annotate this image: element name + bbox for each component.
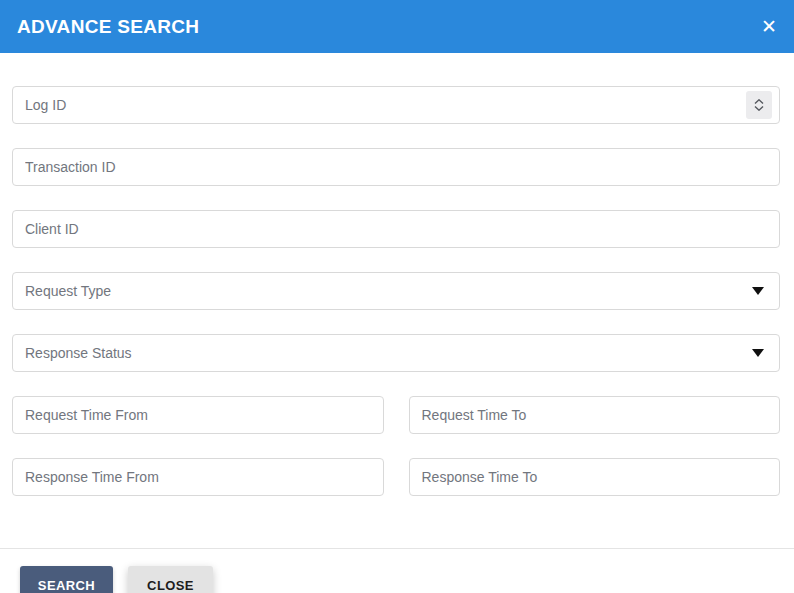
request-type-select[interactable]: Request Type xyxy=(12,272,780,310)
response-status-select-label: Response Status xyxy=(25,345,132,361)
client-id-field xyxy=(12,210,780,248)
request-time-from-input[interactable] xyxy=(12,396,384,434)
request-time-from-field xyxy=(12,396,384,434)
modal-body: Request Type Response Status xyxy=(0,53,794,520)
modal-footer: SEARCH CLOSE xyxy=(0,549,794,593)
request-type-select-label: Request Type xyxy=(25,283,111,299)
close-button[interactable]: CLOSE xyxy=(128,566,213,593)
client-id-input[interactable] xyxy=(12,210,780,248)
response-time-from-input[interactable] xyxy=(12,458,384,496)
request-time-row xyxy=(12,396,780,458)
request-time-to-field xyxy=(409,396,781,434)
response-time-to-input[interactable] xyxy=(409,458,781,496)
modal-header: ADVANCE SEARCH ✕ xyxy=(0,0,794,53)
chevron-down-icon xyxy=(752,349,764,357)
log-id-field xyxy=(12,86,780,124)
response-time-from-field xyxy=(12,458,384,496)
log-id-input[interactable] xyxy=(12,86,780,124)
number-spinner-icon[interactable] xyxy=(746,91,772,119)
search-button[interactable]: SEARCH xyxy=(20,566,113,593)
close-icon[interactable]: ✕ xyxy=(757,15,781,38)
request-time-to-input[interactable] xyxy=(409,396,781,434)
transaction-id-input[interactable] xyxy=(12,148,780,186)
response-time-row xyxy=(12,458,780,520)
modal-title: ADVANCE SEARCH xyxy=(17,16,199,38)
response-status-select[interactable]: Response Status xyxy=(12,334,780,372)
response-time-to-field xyxy=(409,458,781,496)
transaction-id-field xyxy=(12,148,780,186)
chevron-down-icon xyxy=(752,287,764,295)
advance-search-modal: ADVANCE SEARCH ✕ Request Type Response S… xyxy=(0,0,794,593)
